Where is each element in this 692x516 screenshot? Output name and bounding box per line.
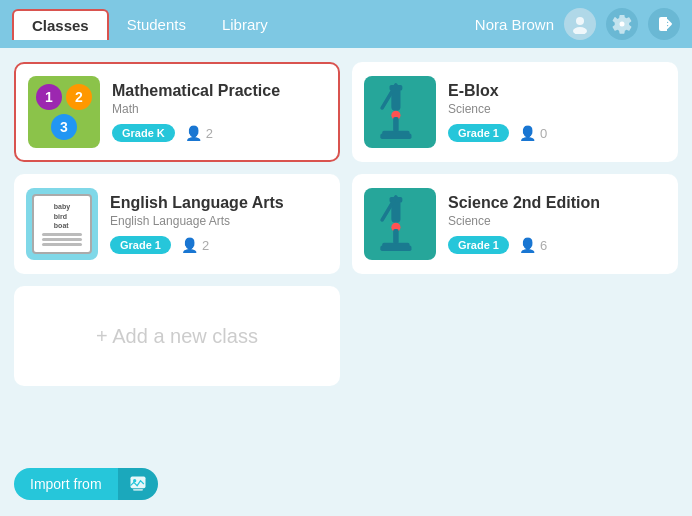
book-image: babybirdboat [32,194,92,254]
class-card-eblox[interactable]: E-Blox Science Grade 1 👤 0 [352,62,678,162]
ela-count: 2 [202,238,209,253]
eblox-meta: Grade 1 👤 0 [448,124,666,142]
ela-thumbnail: babybirdboat [26,188,98,260]
science2-count: 6 [540,238,547,253]
class-grid: 1 2 3 Mathematical Practice Math Grade K… [0,48,692,386]
import-button[interactable]: Import from [14,468,118,500]
svg-rect-13 [393,229,399,244]
math-student-count: 👤 2 [185,125,213,141]
science2-student-count: 👤 6 [519,237,547,253]
eblox-grade-badge: Grade 1 [448,124,509,142]
add-class-label: + Add a new class [96,325,258,348]
tab-classes[interactable]: Classes [12,9,109,40]
math-grade-badge: Grade K [112,124,175,142]
math-count: 2 [206,126,213,141]
eblox-thumbnail [364,76,436,148]
math-circle-1: 1 [36,84,62,110]
math-title: Mathematical Practice [112,82,326,100]
tab-library[interactable]: Library [204,9,286,40]
math-thumbnail: 1 2 3 [28,76,100,148]
header: Classes Students Library Nora Brown [0,0,692,48]
ela-subject: English Language Arts [110,214,328,228]
svg-point-1 [573,27,587,34]
svg-rect-6 [393,117,399,132]
science2-info: Science 2nd Edition Science Grade 1 👤 6 [448,194,666,254]
science2-grade-badge: Grade 1 [448,236,509,254]
eblox-info: E-Blox Science Grade 1 👤 0 [448,82,666,142]
eblox-title: E-Blox [448,82,666,100]
ela-meta: Grade 1 👤 2 [110,236,328,254]
ela-title: English Language Arts [110,194,328,212]
person-icon: 👤 [185,125,202,141]
class-card-ela[interactable]: babybirdboat English Language Arts Engli… [14,174,340,274]
ela-student-count: 👤 2 [181,237,209,253]
ela-info: English Language Arts English Language A… [110,194,328,254]
eblox-subject: Science [448,102,666,116]
settings-icon[interactable] [606,8,638,40]
user-name: Nora Brown [475,16,554,33]
footer: Import from [14,468,158,500]
math-subject: Math [112,102,326,116]
class-card-math[interactable]: 1 2 3 Mathematical Practice Math Grade K… [14,62,340,162]
science2-meta: Grade 1 👤 6 [448,236,666,254]
add-class-card[interactable]: + Add a new class [14,286,340,386]
math-meta: Grade K 👤 2 [112,124,326,142]
svg-rect-18 [133,489,143,491]
person-icon-3: 👤 [181,237,198,253]
person-icon-4: 👤 [519,237,536,253]
class-card-science2[interactable]: Science 2nd Edition Science Grade 1 👤 6 [352,174,678,274]
science2-subject: Science [448,214,666,228]
nav-tabs: Classes Students Library [12,9,286,40]
header-right: Nora Brown [475,8,680,40]
logout-icon[interactable] [648,8,680,40]
science2-thumbnail [364,188,436,260]
avatar-icon[interactable] [564,8,596,40]
tab-students[interactable]: Students [109,9,204,40]
math-circle-3: 3 [51,114,77,140]
svg-point-0 [576,17,584,25]
eblox-student-count: 👤 0 [519,125,547,141]
import-icon-button[interactable] [118,468,158,500]
math-info: Mathematical Practice Math Grade K 👤 2 [112,82,326,142]
svg-rect-14 [380,245,411,251]
science2-title: Science 2nd Edition [448,194,666,212]
math-circle-2: 2 [66,84,92,110]
eblox-count: 0 [540,126,547,141]
import-label: Import from [30,476,102,492]
person-icon-2: 👤 [519,125,536,141]
svg-rect-16 [130,477,145,489]
ela-grade-badge: Grade 1 [110,236,171,254]
svg-rect-7 [380,133,411,139]
